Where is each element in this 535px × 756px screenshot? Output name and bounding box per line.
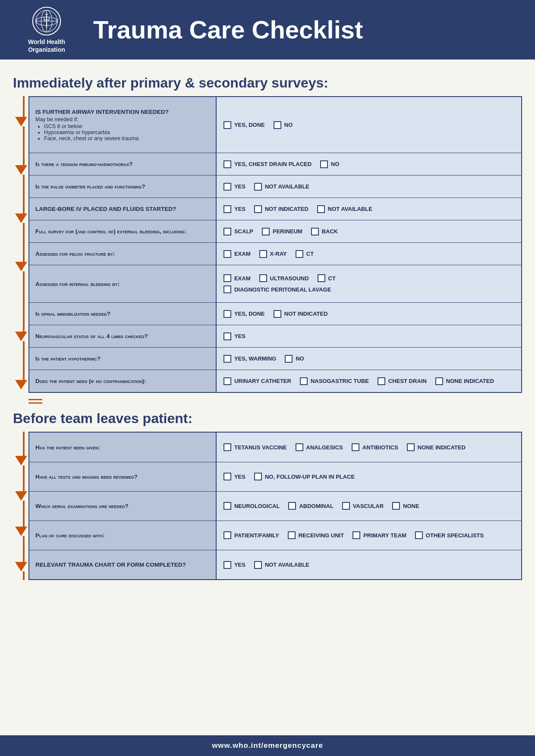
option-analgesics[interactable]: ANALGESICS [296, 443, 343, 451]
answer-cell: YES NOT INDICATED NOT AVAILABLE [216, 198, 522, 220]
checkbox-yes-done[interactable] [223, 121, 231, 129]
table-row: Large-bore IV placed and fluids started?… [29, 198, 522, 220]
option-nasogastric-tube[interactable]: NASOGASTRIC TUBE [300, 377, 369, 385]
option-none-indicated[interactable]: NONE INDICATED [435, 377, 494, 385]
question-cell: Have all tests and imaging been reviewed… [29, 462, 216, 491]
arrow-sidebar-1 [13, 96, 28, 393]
option-perineum[interactable]: PERINEUM [262, 228, 302, 235]
section1-table: Is further airway intervention needed? M… [28, 96, 522, 393]
main-content: Immediately after primary & secondary su… [0, 60, 535, 735]
answer-cell: EXAM X-RAY CT [216, 243, 522, 265]
answer-cell: NEUROLOGICAL ABDOMINAL VASCULAR NON [216, 491, 522, 521]
option-ct[interactable]: CT [296, 250, 314, 258]
section2-table: Has the patient been given: TETANUS VACC… [28, 432, 522, 580]
footer: www.who.int/emergencycare [0, 735, 535, 756]
option-no[interactable]: NO [285, 355, 304, 363]
section2-checklist: Has the patient been given: TETANUS VACC… [13, 432, 522, 580]
answer-cell: URINARY CATHETER NASOGASTRIC TUBE CHEST … [216, 370, 522, 393]
option-yes-warming[interactable]: YES, WARMING [223, 355, 277, 363]
option-no-followup[interactable]: NO, FOLLOW-UP PLAN IN PLACE [254, 473, 355, 480]
question-cell: Is the patient hypothermic? [29, 348, 216, 370]
option-patient-family[interactable]: PATIENT/FAMILY [223, 531, 279, 539]
question-cell: Does the patient need (if no contraindic… [29, 370, 216, 393]
option-urinary-catheter[interactable]: URINARY CATHETER [223, 377, 291, 385]
answer-cell: YES, DONE NO [216, 97, 522, 153]
question-cell: Which serial examinations are needed? [29, 491, 216, 521]
checkbox-no[interactable] [274, 121, 281, 129]
table-row: Is further airway intervention needed? M… [29, 97, 522, 153]
option-exam[interactable]: EXAM [223, 274, 251, 282]
table-row: Assessed for pelvic fracture by: EXAM X-… [29, 243, 522, 265]
table-row: Neurovascular status of all 4 limbs chec… [29, 325, 522, 348]
option-abdominal[interactable]: ABDOMINAL [288, 502, 333, 510]
option-yes-done[interactable]: YES, DONE [223, 121, 265, 129]
table-row: Is spinal immobilization needed? YES, DO… [29, 302, 522, 325]
option-yes[interactable]: YES [223, 561, 245, 569]
option-antibiotics[interactable]: ANTIBIOTICS [352, 443, 398, 451]
who-emblem-icon [31, 6, 62, 36]
option-other-specialists[interactable]: OTHER SPECIALISTS [415, 531, 484, 539]
option-scalp[interactable]: SCALP [223, 228, 253, 235]
footer-url: www.who.int/emergencycare [212, 741, 323, 750]
option-not-available[interactable]: NOT AVAILABLE [317, 205, 372, 213]
header: World HealthOrganization Trauma Care Che… [0, 0, 535, 60]
option-back[interactable]: BACK [311, 228, 338, 235]
option-not-indicated[interactable]: NOT INDICATED [274, 310, 328, 318]
answer-cell: YES, DONE NOT INDICATED [216, 302, 522, 325]
option-none[interactable]: NONE [392, 502, 419, 510]
option-no[interactable]: NO [274, 121, 293, 129]
option-chest-drain[interactable]: CHEST DRAIN [378, 377, 427, 385]
option-not-indicated[interactable]: NOT INDICATED [254, 205, 308, 213]
option-not-available[interactable]: NOT AVAILABLE [254, 561, 309, 569]
arrow-sidebar-2 [13, 432, 28, 580]
page-title: Trauma Care Checklist [93, 16, 363, 44]
option-neurological[interactable]: NEUROLOGICAL [223, 502, 280, 510]
table-row: Is the patient hypothermic? YES, WARMING… [29, 348, 522, 370]
section2-title: Before team leaves patient: [13, 411, 522, 427]
table-row: Full survey for (and control of) externa… [29, 220, 522, 243]
table-row: Assessed for internal bleeding by: EXAM … [29, 265, 522, 303]
option-chest-drain[interactable]: YES, CHEST DRAIN PLACED [223, 160, 312, 168]
option-yes[interactable]: YES [223, 333, 245, 340]
option-receiving-unit[interactable]: RECEIVING UNIT [288, 531, 344, 539]
who-logo: World HealthOrganization [12, 6, 81, 53]
option-yes[interactable]: YES [223, 473, 245, 480]
question-cell: Is further airway intervention needed? M… [29, 97, 216, 153]
answer-cell: TETANUS VACCINE ANALGESICS ANTIBIOTICS [216, 432, 522, 462]
table-row: Plan of care discussed with: PATIENT/FAM… [29, 521, 522, 550]
option-yes[interactable]: YES [223, 183, 245, 191]
question-cell: Assessed for pelvic fracture by: [29, 243, 216, 265]
option-yes[interactable]: YES [223, 205, 245, 213]
table-row: Have all tests and imaging been reviewed… [29, 462, 522, 491]
option-primary-team[interactable]: PRIMARY TEAM [352, 531, 406, 539]
question-cell: Is the pulse oximeter placed and functio… [29, 176, 216, 198]
answer-cell: YES NO, FOLLOW-UP PLAN IN PLACE [216, 462, 522, 491]
option-no[interactable]: NO [320, 160, 340, 168]
answer-cell: SCALP PERINEUM BACK [216, 220, 522, 243]
answer-cell: PATIENT/FAMILY RECEIVING UNIT PRIMARY TE… [216, 521, 522, 550]
option-ultrasound[interactable]: ULTRASOUND [259, 274, 309, 282]
answer-cell: YES, WARMING NO [216, 348, 522, 370]
table-row: Has the patient been given: TETANUS VACC… [29, 432, 522, 462]
answer-cell: YES NOT AVAILABLE [216, 176, 522, 198]
option-tetanus[interactable]: TETANUS VACCINE [223, 443, 287, 451]
option-peritoneal-lavage[interactable]: DIAGNOSTIC PERITONEAL LAVAGE [223, 285, 514, 293]
who-org-name: World HealthOrganization [28, 38, 65, 53]
question-cell: Large-bore IV placed and fluids started? [29, 198, 216, 220]
option-xray[interactable]: X-RAY [259, 250, 287, 258]
option-yes-done[interactable]: YES, DONE [223, 310, 265, 318]
question-cell: Is spinal immobilization needed? [29, 302, 216, 325]
answer-cell: YES [216, 325, 522, 348]
table-row: Relevant trauma chart or form completed?… [29, 550, 522, 580]
option-exam[interactable]: EXAM [223, 250, 251, 258]
option-ct[interactable]: CT [318, 274, 336, 282]
table-row: Does the patient need (if no contraindic… [29, 370, 522, 393]
option-none-indicated[interactable]: NONE INDICATED [407, 443, 466, 451]
table-row: Is the pulse oximeter placed and functio… [29, 176, 522, 198]
question-cell: Has the patient been given: [29, 432, 216, 462]
answer-cell: EXAM ULTRASOUND CT DIAGNOSTIC PERIT [216, 265, 522, 303]
option-not-available[interactable]: NOT AVAILABLE [254, 183, 309, 191]
table-row: Is there a tension pneumo-haemothorax? Y… [29, 153, 522, 176]
option-vascular[interactable]: VASCULAR [342, 502, 384, 510]
answer-cell: YES, CHEST DRAIN PLACED NO [216, 153, 522, 176]
